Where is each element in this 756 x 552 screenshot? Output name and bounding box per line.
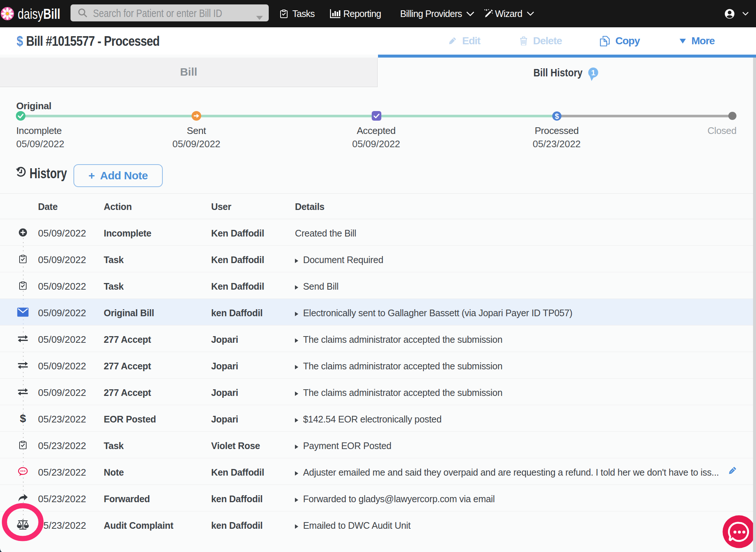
- svg-text:$: $: [555, 112, 559, 120]
- svg-text:1: 1: [591, 68, 595, 77]
